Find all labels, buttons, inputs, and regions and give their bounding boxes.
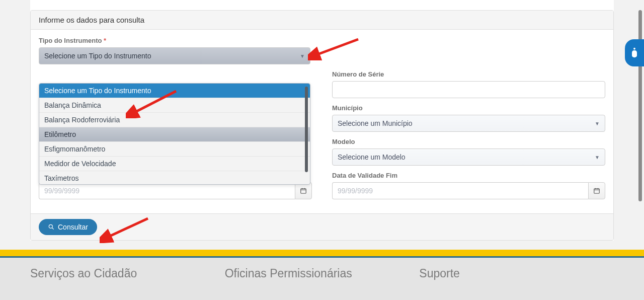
page-footer: Serviços ao Cidadão Oficinas Permissioná…: [0, 258, 644, 300]
panel-title: Informe os dados para consulta: [31, 11, 613, 30]
chevron-down-icon: ▼: [300, 53, 305, 59]
tipo-instrumento-value: Selecione um Tipo do Instrumento: [44, 52, 151, 60]
modelo-label: Modelo: [332, 138, 605, 145]
modelo-group: Modelo Selecione um Modelo ▼: [332, 138, 605, 166]
municipio-label: Município: [332, 104, 605, 112]
tipo-instrumento-group: Tipo do Instrumento * Selecione um Tipo …: [39, 37, 310, 64]
page-scrollbar[interactable]: [638, 10, 642, 201]
consultar-button-label: Consultar: [58, 223, 88, 231]
tipo-instrumento-dropdown[interactable]: Selecione um Tipo do Instrumento Balança…: [39, 83, 310, 185]
chevron-down-icon: ▼: [595, 155, 600, 160]
svg-point-2: [49, 224, 52, 228]
footer-col-servicos[interactable]: Serviços ao Cidadão: [30, 267, 225, 280]
modelo-select[interactable]: Selecione um Modelo ▼: [332, 148, 605, 166]
accessibility-hand-icon: [629, 47, 639, 59]
svg-point-6: [633, 48, 635, 50]
municipio-group: Município Selecione um Município ▼: [332, 104, 605, 132]
option-balanca-rodoferroviaria[interactable]: Balança Rodoferroviária: [39, 112, 310, 127]
divider-bar: [0, 250, 644, 258]
option-medidor-velocidade[interactable]: Medidor de Velocidade: [39, 156, 310, 171]
data-fim-group: Data de Validade Fim: [332, 172, 605, 199]
consulta-panel: Informe os dados para consulta Tipo do I…: [30, 10, 614, 241]
chevron-down-icon: ▼: [595, 121, 600, 126]
dropdown-scrollbar[interactable]: [305, 87, 308, 172]
panel-footer: Consultar: [31, 213, 613, 240]
panel-body: Tipo do Instrumento * Selecione um Tipo …: [31, 30, 613, 213]
option-etilometro[interactable]: Etilômetro: [39, 127, 310, 141]
footer-col-suporte[interactable]: Suporte: [419, 267, 614, 280]
data-fim-label: Data de Validade Fim: [332, 172, 605, 179]
search-icon: [48, 223, 55, 231]
numero-serie-input[interactable]: [332, 81, 605, 98]
municipio-value: Selecione um Município: [338, 119, 413, 127]
calendar-icon: [300, 187, 307, 194]
svg-rect-1: [594, 189, 600, 193]
municipio-select[interactable]: Selecione um Município ▼: [332, 115, 605, 132]
data-fim-input[interactable]: [332, 182, 588, 199]
tipo-instrumento-label-text: Tipo do Instrumento: [39, 37, 102, 44]
accessibility-widget[interactable]: [625, 39, 644, 66]
dropdown-listbox: Selecione um Tipo do Instrumento Balança…: [39, 84, 310, 184]
footer-col-oficinas[interactable]: Oficinas Permissionárias: [225, 267, 420, 280]
svg-rect-0: [301, 189, 306, 193]
option-balanca-dinamica[interactable]: Balança Dinâmica: [39, 98, 310, 112]
consultar-button[interactable]: Consultar: [39, 219, 97, 235]
numero-serie-group: Número de Série: [332, 70, 605, 98]
modelo-value: Selecione um Modelo: [338, 153, 406, 161]
option-taximetros[interactable]: Taxímetros: [39, 171, 310, 184]
option-esfigmomanometro[interactable]: Esfigmomanômetro: [39, 141, 310, 156]
calendar-icon: [593, 187, 600, 194]
tipo-instrumento-select[interactable]: Selecione um Tipo do Instrumento ▼: [39, 47, 310, 64]
data-fim-calendar-button[interactable]: [588, 182, 605, 199]
numero-serie-label: Número de Série: [332, 70, 605, 78]
tipo-instrumento-label: Tipo do Instrumento *: [39, 37, 310, 44]
data-inicio-input[interactable]: [39, 182, 295, 199]
data-inicio-calendar-button[interactable]: [295, 182, 312, 199]
option-placeholder[interactable]: Selecione um Tipo do Instrumento: [39, 84, 310, 98]
required-mark: *: [104, 37, 106, 44]
